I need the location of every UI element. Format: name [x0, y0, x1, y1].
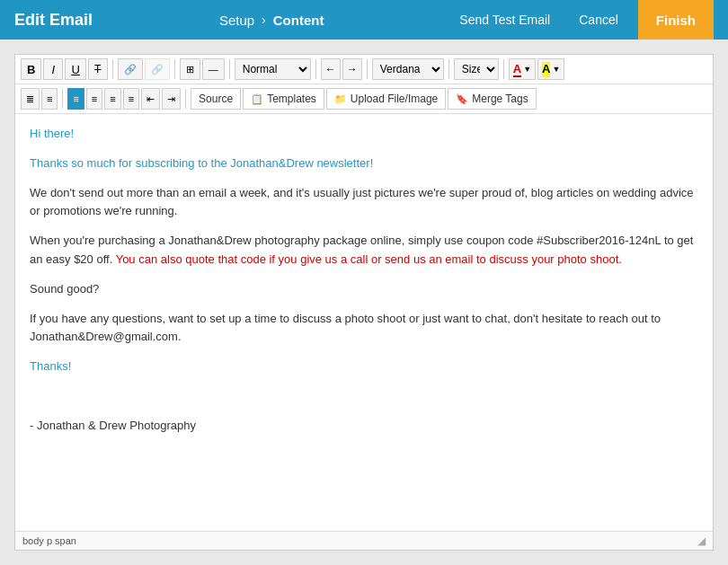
toolbar-row2: ≣ ≡ ≡ ≡ ≡ ≡ ⇤ ⇥ Source 📋 Templates 📁 Upl…: [15, 84, 713, 114]
editor-line1: Hi there!: [30, 127, 74, 140]
strikethrough-button[interactable]: T: [88, 58, 108, 80]
breadcrumb-steps: Setup › Content: [93, 13, 450, 28]
templates-button[interactable]: 📋 Templates: [243, 88, 324, 110]
finish-button[interactable]: Finish: [638, 0, 714, 40]
toolbar-sep7: [503, 59, 504, 79]
merge-label: Merge Tags: [472, 93, 528, 105]
top-bar-actions: Send Test Email Cancel Finish: [450, 0, 714, 40]
font-color-dropdown-icon: ▼: [523, 65, 531, 74]
indent-increase-button[interactable]: ⇥: [162, 88, 181, 110]
editor-container: B I U T 🔗 🔗 ⊞ — Normal Heading 1 Heading…: [14, 54, 714, 551]
redo-button[interactable]: →: [342, 58, 362, 80]
unlink-button[interactable]: 🔗: [145, 58, 170, 80]
editor-body[interactable]: Hi there! Thanks so much for subscribing…: [15, 114, 713, 531]
source-button[interactable]: Source: [191, 88, 241, 110]
bg-color-button[interactable]: A ▼: [537, 58, 564, 80]
status-bar: body p span ◢: [15, 531, 713, 550]
bg-color-dropdown-icon: ▼: [552, 65, 560, 74]
list-ul-button[interactable]: ≣: [21, 88, 40, 110]
editor-line2: Thanks so much for subscribing to the Jo…: [30, 156, 373, 170]
cancel-button[interactable]: Cancel: [570, 7, 627, 32]
size-select[interactable]: Size 8 10 12 14: [454, 58, 499, 80]
main-area: B I U T 🔗 🔗 ⊞ — Normal Heading 1 Heading…: [0, 40, 728, 565]
toolbar-sep2: [174, 59, 175, 79]
top-bar: Edit Email Setup › Content Send Test Ema…: [0, 0, 728, 40]
hr-button[interactable]: —: [202, 58, 225, 80]
merge-tags-button[interactable]: 🔖 Merge Tags: [448, 88, 536, 110]
align-right-button[interactable]: ≡: [104, 88, 120, 110]
bg-color-icon: A: [542, 62, 550, 77]
status-path: body p span: [22, 535, 76, 546]
upload-icon: 📁: [334, 93, 347, 105]
font-select[interactable]: Verdana Arial Times New Roman: [372, 58, 444, 80]
font-color-button[interactable]: A ▼: [509, 58, 536, 80]
font-color-icon: A: [513, 62, 521, 77]
step-setup: Setup: [219, 13, 254, 28]
editor-line5: Sound good?: [30, 282, 99, 296]
bold-button[interactable]: B: [21, 58, 41, 80]
align-justify-button[interactable]: ≡: [123, 88, 139, 110]
toolbar-sep5: [367, 59, 368, 79]
step-arrow: ›: [262, 13, 266, 27]
list-ol-button[interactable]: ≡: [41, 88, 58, 110]
templates-icon: 📋: [251, 93, 263, 105]
align-left-button[interactable]: ≡: [67, 88, 84, 110]
editor-line8: - Jonathan & Drew Photography: [30, 419, 196, 432]
toolbar-row1: B I U T 🔗 🔗 ⊞ — Normal Heading 1 Heading…: [15, 55, 713, 84]
upload-button[interactable]: 📁 Upload File/Image: [326, 88, 446, 110]
editor-line4: When you're purchasing a Jonathan&Drew p…: [30, 234, 693, 266]
merge-icon: 🔖: [456, 93, 468, 105]
toolbar-sep6: [448, 59, 449, 79]
toolbar-row2-sep1: [62, 89, 63, 109]
toolbar-row2-sep2: [185, 89, 186, 109]
toolbar-sep3: [229, 59, 230, 79]
send-test-email-button[interactable]: Send Test Email: [450, 7, 559, 32]
toolbar-sep1: [112, 59, 113, 79]
page-title: Edit Email: [14, 11, 93, 30]
link-button[interactable]: 🔗: [118, 58, 143, 80]
templates-label: Templates: [267, 93, 316, 105]
format-select[interactable]: Normal Heading 1 Heading 2: [235, 58, 311, 80]
upload-label: Upload File/Image: [351, 93, 438, 105]
editor-line3: We don't send out more than an email a w…: [30, 186, 694, 218]
italic-button[interactable]: I: [43, 58, 63, 80]
underline-button[interactable]: U: [65, 58, 85, 80]
align-center-button[interactable]: ≡: [86, 88, 102, 110]
toolbar-sep4: [315, 59, 316, 79]
resize-handle[interactable]: ◢: [697, 534, 706, 547]
editor-line7: Thanks!: [30, 359, 71, 373]
editor-line6: If you have any questions, want to set u…: [30, 312, 661, 344]
step-content: Content: [273, 13, 324, 28]
indent-decrease-button[interactable]: ⇤: [141, 88, 160, 110]
undo-button[interactable]: ←: [321, 58, 341, 80]
editor-wrapper: B I U T 🔗 🔗 ⊞ — Normal Heading 1 Heading…: [14, 54, 714, 551]
table-button[interactable]: ⊞: [180, 58, 200, 80]
